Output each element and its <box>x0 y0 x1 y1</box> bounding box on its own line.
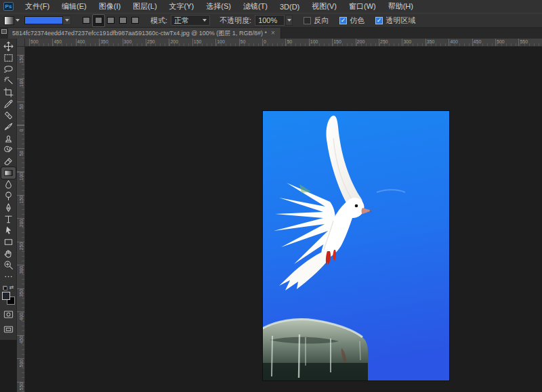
photoshop-window: Ps 文件(F)编辑(E)图像(I)图层(L)文字(Y)选择(S)滤镜(T)3D… <box>0 0 542 392</box>
menu-item[interactable]: 滤镜(T) <box>237 0 274 13</box>
menu-item[interactable]: 图像(I) <box>93 0 127 13</box>
zoom-tool-icon <box>3 260 14 270</box>
hand-tool[interactable] <box>1 248 16 259</box>
quick-selection-tool[interactable] <box>1 75 16 87</box>
crop-tool[interactable] <box>1 87 16 98</box>
screen-mode-button[interactable] <box>1 324 16 334</box>
canvas[interactable] <box>263 111 449 380</box>
eyedropper-tool[interactable] <box>1 98 16 110</box>
brush-tool[interactable] <box>1 121 16 133</box>
hruler-label: 50 <box>241 39 246 44</box>
move-tool-icon <box>3 41 14 51</box>
toolbar-ellipsis[interactable] <box>1 271 16 282</box>
opacity-dropdown-button[interactable] <box>285 15 293 26</box>
gradient-picker-button[interactable] <box>63 16 71 25</box>
eyedropper-tool-icon <box>3 99 14 109</box>
hruler-label: 150 <box>333 39 341 44</box>
blur-tool[interactable] <box>1 179 16 190</box>
quick-mask-button[interactable] <box>1 309 16 320</box>
vertical-ruler[interactable]: 1501005005010015020025030035040045050055… <box>17 47 25 392</box>
history-brush-tool[interactable] <box>1 144 16 156</box>
option-透明区域[interactable]: ✓透明区域 <box>375 16 415 26</box>
toolbar-ellipsis-icon <box>3 271 14 282</box>
menu-item[interactable]: 视图(V) <box>306 0 343 13</box>
marquee-tool[interactable] <box>1 52 16 64</box>
menu-item[interactable]: 选择(S) <box>200 0 237 13</box>
reflected-gradient-button[interactable] <box>117 15 129 26</box>
angle-gradient-button[interactable] <box>105 15 117 26</box>
vruler-label: 150 <box>19 57 24 64</box>
spot-healing-tool[interactable] <box>1 110 16 121</box>
diamond-gradient-icon <box>131 17 139 24</box>
lasso-tool[interactable] <box>1 64 16 75</box>
hruler-label: 550 <box>520 39 528 44</box>
gradient-editor[interactable] <box>24 16 71 25</box>
angle-gradient-icon <box>107 17 114 24</box>
opacity-value: 100% <box>258 16 277 24</box>
radial-gradient-button[interactable] <box>93 15 104 26</box>
ruler-origin-corner[interactable] <box>17 39 25 47</box>
hruler-label: 500 <box>497 39 505 44</box>
clone-stamp-tool-icon <box>3 133 14 144</box>
checkbox-icon[interactable]: ✓ <box>339 17 347 24</box>
shape-tool[interactable] <box>1 236 16 248</box>
document-tab[interactable]: 5814fc72374eedd47ed7237efcc191dfb987aa59… <box>8 28 281 39</box>
hruler-label: 0 <box>264 39 266 44</box>
hruler-label: 200 <box>357 39 365 44</box>
hruler-label: 400 <box>77 39 85 44</box>
path-selection-tool[interactable] <box>1 225 16 236</box>
menu-item[interactable]: 窗口(W) <box>343 0 382 13</box>
menu-item[interactable]: 3D(D) <box>274 0 306 13</box>
quick-selection-tool-icon <box>3 76 14 86</box>
hruler-label: 150 <box>194 39 202 44</box>
option-仿色[interactable]: ✓仿色 <box>339 16 364 26</box>
menu-item[interactable]: 编辑(E) <box>56 0 93 13</box>
hruler-label: 250 <box>380 39 388 44</box>
linear-gradient-button[interactable] <box>81 15 92 26</box>
gradient-swatch[interactable] <box>24 16 63 24</box>
dodge-tool[interactable] <box>1 190 16 202</box>
option-反向[interactable]: 反向 <box>304 16 329 26</box>
horizontal-ruler[interactable]: 5004504003503002502001501005005010015020… <box>25 39 542 47</box>
vruler-label: 350 <box>19 290 24 297</box>
hruler-label: 450 <box>54 39 62 44</box>
blend-mode-select[interactable]: 正常 <box>171 15 210 26</box>
hruler-label: 350 <box>100 39 108 44</box>
menu-item[interactable]: 图层(L) <box>127 0 163 13</box>
dodge-tool-icon <box>3 191 14 201</box>
move-tool[interactable] <box>1 41 16 52</box>
checkbox-icon[interactable] <box>304 17 311 24</box>
swap-colors-icon[interactable]: ⇄ <box>9 285 14 290</box>
vruler-label: 300 <box>19 267 24 274</box>
type-tool[interactable] <box>1 213 16 225</box>
checkbox-label: 反向 <box>314 16 329 26</box>
tools-panel: ⇄ <box>0 39 17 340</box>
hruler-label: 300 <box>403 39 411 44</box>
eraser-tool[interactable] <box>1 156 16 167</box>
close-icon[interactable]: × <box>271 30 275 37</box>
color-widgets: ⇄ <box>2 285 15 305</box>
history-brush-tool-icon <box>3 145 14 155</box>
path-selection-tool-icon <box>3 225 14 236</box>
pen-tool[interactable] <box>1 202 16 213</box>
tool-options-bar: 模式: 正常 不透明度: 100% 反向✓仿色✓透明区域 <box>0 13 542 28</box>
foreground-color-swatch[interactable] <box>2 292 10 300</box>
checkbox-icon[interactable]: ✓ <box>375 17 383 24</box>
opacity-input[interactable]: 100% <box>255 15 285 26</box>
radial-gradient-icon <box>95 17 102 24</box>
vruler-label: 200 <box>19 220 24 227</box>
tool-preset-picker[interactable] <box>4 15 22 26</box>
gradient-tool[interactable] <box>1 167 16 179</box>
menu-item[interactable]: 文字(Y) <box>163 0 201 13</box>
hruler-label: 100 <box>310 39 318 44</box>
tab-strip-icon <box>1 29 7 34</box>
menu-item[interactable]: 帮助(H) <box>382 0 419 13</box>
vruler-label: 450 <box>19 337 24 344</box>
blend-mode-value: 正常 <box>174 16 189 26</box>
diamond-gradient-button[interactable] <box>129 15 141 26</box>
default-colors-icon[interactable] <box>3 286 7 290</box>
menu-item[interactable]: 文件(F) <box>19 0 56 13</box>
crop-tool-icon <box>3 87 14 97</box>
clone-stamp-tool[interactable] <box>1 133 16 144</box>
zoom-tool[interactable] <box>1 259 16 271</box>
